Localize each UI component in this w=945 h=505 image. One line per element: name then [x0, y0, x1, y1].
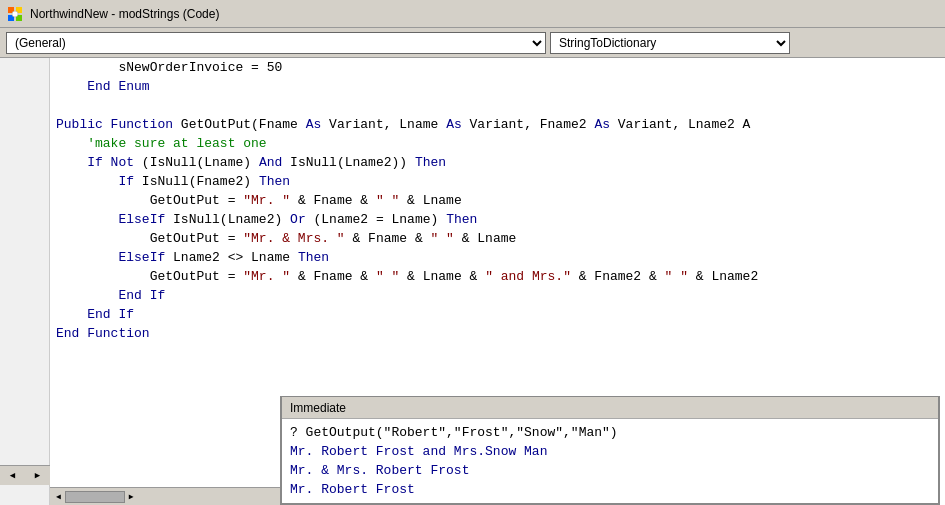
window-title: NorthwindNew - modStrings (Code) — [30, 7, 219, 21]
editor-area: ◀ ▶ sNewOrderInvoice = 50 End Enum Publi… — [0, 58, 945, 505]
code-line: If Not (IsNull(Lname) And IsNull(Lname2)… — [50, 153, 945, 172]
code-line: GetOutPut = "Mr. & Mrs. " & Fname & " " … — [50, 229, 945, 248]
gutter-row — [0, 153, 49, 172]
gutter-row — [0, 96, 49, 115]
gutter-row — [0, 77, 49, 96]
gutter: ◀ ▶ — [0, 58, 50, 505]
gutter-row — [0, 172, 49, 191]
immediate-line: Mr. & Mrs. Robert Frost — [290, 461, 930, 480]
scroll-left-icon[interactable]: ◀ — [10, 470, 15, 481]
procedure-dropdown[interactable]: StringToDictionary — [550, 32, 790, 54]
gutter-row — [0, 191, 49, 210]
title-bar: NorthwindNew - modStrings (Code) — [0, 0, 945, 28]
gutter-row — [0, 115, 49, 134]
code-line: ElseIf Lname2 <> Lname Then — [50, 248, 945, 267]
code-line: 'make sure at least one — [50, 134, 945, 153]
code-line — [50, 96, 945, 115]
code-line: ElseIf IsNull(Lname2) Or (Lname2 = Lname… — [50, 210, 945, 229]
vb-icon — [6, 5, 24, 23]
code-line: End If — [50, 286, 945, 305]
code-line: GetOutPut = "Mr. " & Fname & " " & Lname — [50, 191, 945, 210]
gutter-row — [0, 229, 49, 248]
gutter-row — [0, 248, 49, 267]
gutter-row — [0, 286, 49, 305]
code-line: If IsNull(Fname2) Then — [50, 172, 945, 191]
gutter-row — [0, 324, 49, 343]
gutter-row — [0, 58, 49, 77]
gutter-row — [0, 134, 49, 153]
code-line: End Function — [50, 324, 945, 343]
scroll-right-icon[interactable]: ▶ — [35, 470, 40, 481]
immediate-window: Immediate ? GetOutput("Robert","Frost","… — [280, 396, 940, 505]
gutter-row — [0, 305, 49, 324]
code-line: End If — [50, 305, 945, 324]
code-line: GetOutPut = "Mr. " & Fname & " " & Lname… — [50, 267, 945, 286]
immediate-line: ? GetOutput("Robert","Frost","Snow","Man… — [290, 423, 930, 442]
gutter-row — [0, 210, 49, 229]
immediate-line: Mr. Robert Frost — [290, 480, 930, 499]
immediate-content[interactable]: ? GetOutput("Robert","Frost","Snow","Man… — [282, 419, 938, 503]
scroll-thumb[interactable] — [65, 491, 125, 503]
scroll-right-btn[interactable]: ▶ — [127, 492, 136, 501]
gutter-row — [0, 267, 49, 286]
immediate-line: Mr. Robert Frost and Mrs.Snow Man — [290, 442, 930, 461]
general-dropdown[interactable]: (General) — [6, 32, 546, 54]
code-editor[interactable]: sNewOrderInvoice = 50 End Enum Public Fu… — [50, 58, 945, 505]
immediate-title: Immediate — [282, 397, 938, 419]
code-line: End Enum — [50, 77, 945, 96]
scroll-left-btn[interactable]: ◀ — [54, 492, 63, 501]
toolbar-row: (General) StringToDictionary — [0, 28, 945, 58]
code-line: Public Function GetOutPut(Fname As Varia… — [50, 115, 945, 134]
svg-point-4 — [12, 11, 18, 17]
code-lines: sNewOrderInvoice = 50 End Enum Public Fu… — [50, 58, 945, 343]
immediate-title-text: Immediate — [290, 401, 346, 415]
code-line: sNewOrderInvoice = 50 — [50, 58, 945, 77]
